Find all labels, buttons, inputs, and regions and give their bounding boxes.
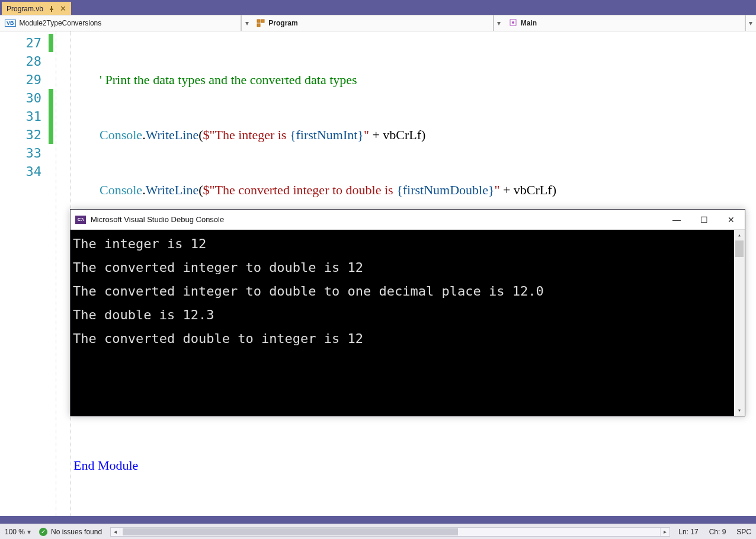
scroll-thumb[interactable] — [123, 528, 458, 535]
svg-rect-2 — [257, 24, 260, 27]
status-bar: 100 % ▾ ✓ No issues found ◂ ▸ Ln: 17 Ch:… — [0, 524, 756, 539]
line-number: 31 — [0, 107, 41, 126]
pin-icon[interactable] — [48, 5, 55, 12]
console-line: The double is 12.3 — [73, 303, 742, 327]
indent-mode[interactable]: SPC — [736, 528, 751, 536]
line-number: 32 — [0, 126, 41, 144]
navigator-project-dropdown[interactable]: VB Module2TypeConversions — [0, 15, 241, 31]
navigator-member-text: Main — [521, 19, 537, 27]
change-mark-icon — [49, 34, 53, 52]
console-line: The converted integer to double is 12 — [73, 256, 742, 280]
navigator-project-chevron-icon[interactable]: ▾ — [241, 15, 252, 31]
scroll-right-icon[interactable]: ▸ — [660, 528, 669, 536]
line-number-gutter: 27 28 29 30 31 32 33 34 — [0, 31, 49, 516]
vb-icon: VB — [5, 20, 16, 27]
no-issues-check-icon: ✓ — [39, 528, 47, 536]
scroll-track[interactable] — [734, 240, 745, 405]
console-titlebar[interactable]: C:\ Microsoft Visual Studio Debug Consol… — [71, 210, 745, 230]
zoom-level[interactable]: 100 % — [5, 528, 25, 536]
console-app-icon: C:\ — [75, 216, 86, 224]
code-line[interactable]: Console.WriteLine($"The integer is {firs… — [73, 126, 756, 144]
debug-console-window[interactable]: C:\ Microsoft Visual Studio Debug Consol… — [70, 209, 745, 416]
zoom-chevron-icon[interactable]: ▾ — [27, 528, 31, 536]
line-number: 29 — [0, 70, 41, 89]
navigator-class-text: Program — [268, 19, 297, 27]
scroll-left-icon[interactable]: ◂ — [111, 528, 120, 536]
console-vertical-scrollbar[interactable]: ▴ ▾ — [734, 230, 745, 416]
line-number: 27 — [0, 34, 41, 52]
tab-filename: Program.vb — [7, 5, 43, 13]
navigator-class-dropdown[interactable]: Program — [252, 15, 493, 31]
class-icon — [257, 19, 265, 27]
line-number: 33 — [0, 144, 41, 162]
issues-status[interactable]: No issues found — [51, 528, 102, 536]
navigator-class-chevron-icon[interactable]: ▾ — [494, 15, 504, 31]
outline-margin[interactable] — [56, 31, 71, 516]
code-line[interactable]: ' Print the data types and the converted… — [73, 70, 756, 89]
scroll-down-icon[interactable]: ▾ — [734, 405, 745, 416]
line-number: 28 — [0, 52, 41, 70]
document-tab-strip: Program.vb ✕ — [0, 0, 756, 15]
maximize-button[interactable]: ☐ — [690, 210, 717, 230]
console-title: Microsoft Visual Studio Debug Console — [91, 215, 224, 224]
close-icon[interactable]: ✕ — [60, 4, 66, 13]
change-indicator-margin — [49, 31, 56, 516]
line-number: 30 — [0, 89, 41, 107]
svg-point-4 — [512, 21, 514, 24]
console-line: The converted double to integer is 12 — [73, 327, 742, 351]
line-number: 34 — [0, 162, 41, 181]
console-line: The integer is 12 — [73, 232, 742, 256]
code-line[interactable]: End Module — [73, 456, 756, 474]
code-editor[interactable]: 27 28 29 30 31 32 33 34 ' Print the data… — [0, 31, 756, 516]
scroll-thumb[interactable] — [735, 240, 744, 257]
navigator-member-dropdown[interactable]: Main — [504, 15, 745, 31]
change-mark-icon — [49, 89, 53, 144]
svg-rect-0 — [257, 20, 260, 23]
navigator-member-chevron-icon[interactable]: ▾ — [745, 15, 756, 31]
svg-rect-1 — [261, 20, 264, 23]
caret-char: Ch: 9 — [709, 528, 726, 536]
caret-line: Ln: 17 — [678, 528, 698, 536]
editor-horizontal-scrollbar[interactable]: ◂ ▸ — [110, 527, 670, 537]
document-tab-active[interactable]: Program.vb ✕ — [2, 2, 71, 15]
console-line: The converted integer to double to one d… — [73, 280, 742, 303]
method-icon — [509, 18, 517, 28]
minimize-button[interactable]: — — [663, 210, 690, 230]
code-navigator-bar: VB Module2TypeConversions ▾ Program ▾ Ma… — [0, 15, 756, 31]
console-output[interactable]: The integer is 12 The converted integer … — [71, 230, 745, 416]
code-line[interactable]: Console.WriteLine($"The converted intege… — [73, 181, 756, 199]
scroll-up-icon[interactable]: ▴ — [734, 230, 745, 240]
navigator-project-text: Module2TypeConversions — [20, 19, 102, 27]
